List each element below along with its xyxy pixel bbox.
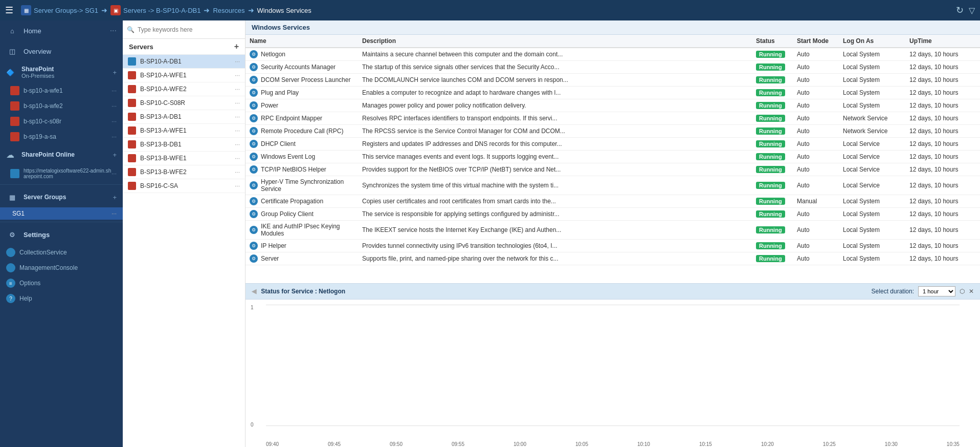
- col-header-name: Name: [246, 35, 358, 48]
- server-list-add-button[interactable]: +: [234, 42, 239, 51]
- service-log-on-as: Local System: [839, 252, 905, 265]
- sidebar-item-sg1[interactable]: SG1 ···: [0, 207, 123, 220]
- home-dots[interactable]: ···: [110, 26, 117, 35]
- services-table[interactable]: Name Description Status Start Mode Log O…: [246, 35, 980, 283]
- server-dots-sp16-sa[interactable]: ···: [235, 182, 240, 189]
- table-row[interactable]: ⚙ Server Supports file, print, and named…: [246, 252, 980, 265]
- table-row[interactable]: ⚙ Power Manages power policy and power p…: [246, 99, 980, 112]
- breadcrumb-sep-1: ➜: [101, 6, 107, 14]
- server-dots-list-wfe2[interactable]: ···: [235, 86, 240, 93]
- divider-2: [0, 222, 123, 222]
- service-description: The startup of this service signals othe…: [358, 61, 752, 74]
- menu-icon[interactable]: ☰: [5, 5, 13, 16]
- service-uptime: 12 days, 10 hours: [905, 163, 972, 176]
- server-dots-sp13-b-db1[interactable]: ···: [235, 141, 240, 148]
- table-row[interactable]: ⚙ Certificate Propagation Copies user ce…: [246, 195, 980, 208]
- server-list-item-b-sp10-a-wfe1[interactable]: B-SP10-A-WFE1 ···: [123, 69, 245, 82]
- server-list-item-b-sp10-a-wfe2[interactable]: B-SP10-A-WFE2 ···: [123, 82, 245, 96]
- service-name-cell: ⚙ Security Accounts Manager: [246, 61, 358, 74]
- table-row[interactable]: ⚙ Hyper-V Time Synchronization Service S…: [246, 176, 980, 195]
- sg1-dots[interactable]: ···: [112, 210, 117, 217]
- server-icon-sp16-sa: [128, 182, 136, 190]
- service-description: Synchronizes the system time of this vir…: [358, 176, 752, 195]
- server-dots-list-wfe1[interactable]: ···: [235, 72, 240, 79]
- sidebar-item-settings[interactable]: ⚙ Settings: [0, 224, 123, 245]
- services-title: Windows Services: [252, 24, 310, 31]
- service-log-on-as: Local System: [839, 99, 905, 112]
- sidebar-item-sharepoint-on-prem[interactable]: 🔷 SharePoint On-Premises +: [0, 61, 123, 83]
- table-row[interactable]: ⚙ Group Policy Client The service is res…: [246, 208, 980, 221]
- service-start-mode: Auto: [793, 151, 839, 163]
- service-status: Running: [752, 208, 793, 221]
- server-list-item-b-sp13-b-db1[interactable]: B-SP13-B-DB1 ···: [123, 138, 245, 152]
- sharepoint-on-prem-add[interactable]: +: [113, 69, 117, 76]
- dots-wfe2[interactable]: ···: [112, 102, 117, 110]
- sharepoint-online-add[interactable]: +: [113, 151, 117, 159]
- sidebar-sub-item-b-sp19-a-sa[interactable]: b-sp19-a-sa ···: [0, 129, 123, 144]
- table-row[interactable]: ⚙ TCP/IP NetBIOS Helper Provides support…: [246, 163, 980, 176]
- table-row[interactable]: ⚙ RPC Endpoint Mapper Resolves RPC inter…: [246, 112, 980, 125]
- server-dots-sp13-wfe1[interactable]: ···: [235, 127, 240, 134]
- sidebar-item-server-groups[interactable]: ▦ Server Groups +: [0, 187, 123, 207]
- refresh-button[interactable]: ↻: [956, 5, 964, 16]
- table-row[interactable]: ⚙ DCOM Server Process Launcher The DCOML…: [246, 74, 980, 87]
- table-row[interactable]: ⚙ Security Accounts Manager The startup …: [246, 61, 980, 74]
- status-badge: Running: [756, 140, 785, 147]
- open-external-icon[interactable]: ⬡: [960, 288, 965, 295]
- sidebar-item-management-console[interactable]: ManagementConsole: [0, 260, 123, 275]
- sidebar-item-home[interactable]: ⌂ Home ···: [0, 20, 123, 41]
- dots-sp19[interactable]: ···: [112, 133, 117, 140]
- sidebar-item-overview[interactable]: ◫ Overview: [0, 41, 123, 61]
- server-icon-sp13-b-wfe1: [128, 154, 136, 162]
- chart-settings-icon[interactable]: ✕: [969, 288, 974, 295]
- sidebar-item-options[interactable]: ≡ Options: [0, 275, 123, 291]
- status-panel-collapse-icon[interactable]: ◀: [252, 288, 256, 295]
- server-list-item-b-sp13-a-db1[interactable]: B-SP13-A-DB1 ···: [123, 110, 245, 124]
- sidebar-sub-item-b-sp10-c-s08r[interactable]: b-sp10-c-s08r ···: [0, 114, 123, 129]
- services-data-table: Name Description Status Start Mode Log O…: [246, 35, 980, 265]
- x-label-1020: 10:20: [761, 441, 774, 447]
- server-list-item-b-sp10-c-s08r[interactable]: B-SP10-C-S08R ···: [123, 96, 245, 110]
- server-list-item-b-sp10-a-db1[interactable]: B-SP10-A-DB1 ···: [123, 55, 245, 69]
- server-list-item-b-sp13-a-wfe1[interactable]: B-SP13-A-WFE1 ···: [123, 124, 245, 138]
- table-row[interactable]: ⚙ IP Helper Provides tunnel connectivity…: [246, 240, 980, 252]
- server-groups-add[interactable]: +: [113, 194, 117, 201]
- help-label: Help: [19, 295, 117, 302]
- sidebar-item-sharepoint-online[interactable]: ☁ SharePoint Online +: [0, 144, 123, 165]
- sidebar-sub-item-b-sp10-a-wfe1[interactable]: b-sp10-a-wfe1 ···: [0, 83, 123, 98]
- service-name: TCP/IP NetBIOS Helper: [261, 166, 326, 173]
- options-label: Options: [19, 280, 117, 287]
- server-list-item-b-sp13-b-wfe1[interactable]: B-SP13-B-WFE1 ···: [123, 152, 245, 165]
- breadcrumb-server-groups[interactable]: ▦ Server Groups-> SG1: [21, 5, 98, 15]
- sidebar-sub-item-online[interactable]: https://metalogixsoftware622-admin.share…: [0, 165, 123, 182]
- sidebar-item-help[interactable]: ? Help: [0, 291, 123, 306]
- server-dots-list-s08r[interactable]: ···: [235, 99, 240, 107]
- table-row[interactable]: ⚙ DHCP Client Registers and updates IP a…: [246, 138, 980, 151]
- sidebar-sub-item-b-sp10-a-wfe2[interactable]: b-sp10-a-wfe2 ···: [0, 98, 123, 114]
- service-name-cell: ⚙ DHCP Client: [246, 138, 358, 151]
- service-row-icon: ⚙: [250, 197, 258, 205]
- server-dots-db1[interactable]: ···: [235, 58, 240, 65]
- dots-online[interactable]: ···: [112, 170, 117, 177]
- server-list-item-b-sp16-c-sa[interactable]: B-SP16-C-SA ···: [123, 179, 245, 193]
- table-row[interactable]: ⚙ Plug and Play Enables a computer to re…: [246, 87, 980, 99]
- server-dots-sp13-db1[interactable]: ···: [235, 113, 240, 120]
- table-row[interactable]: ⚙ Netlogon Maintains a secure channel be…: [246, 48, 980, 61]
- server-dots-sp13-b-wfe2[interactable]: ···: [235, 168, 240, 176]
- x-label-1005: 10:05: [575, 441, 588, 447]
- y-label-top: 1: [251, 305, 254, 379]
- table-row[interactable]: ⚙ Remote Procedure Call (RPC) The RPCSS …: [246, 125, 980, 138]
- filter-button[interactable]: ▽: [969, 6, 975, 15]
- dots-s08r[interactable]: ···: [112, 118, 117, 125]
- server-list-item-b-sp13-b-wfe2[interactable]: B-SP13-B-WFE2 ···: [123, 165, 245, 179]
- table-row[interactable]: ⚙ IKE and AuthIP IPsec Keying Modules Th…: [246, 221, 980, 240]
- duration-select[interactable]: 1 hour 3 hours 6 hours 12 hours 24 hours: [918, 286, 955, 296]
- dots-wfe1[interactable]: ···: [112, 87, 117, 94]
- sidebar-item-collection-service[interactable]: CollectionService: [0, 245, 123, 260]
- breadcrumb-servers[interactable]: ▣ Servers -> B-SP10-A-DB1: [110, 5, 201, 15]
- table-row[interactable]: ⚙ Windows Event Log This service manages…: [246, 151, 980, 163]
- breadcrumb-resources[interactable]: Resources: [213, 7, 244, 14]
- server-dots-sp13-b-wfe1[interactable]: ···: [235, 155, 240, 162]
- search-input[interactable]: [138, 26, 230, 33]
- status-panel-header: ◀ Status for Service : Netlogon Select d…: [246, 284, 980, 300]
